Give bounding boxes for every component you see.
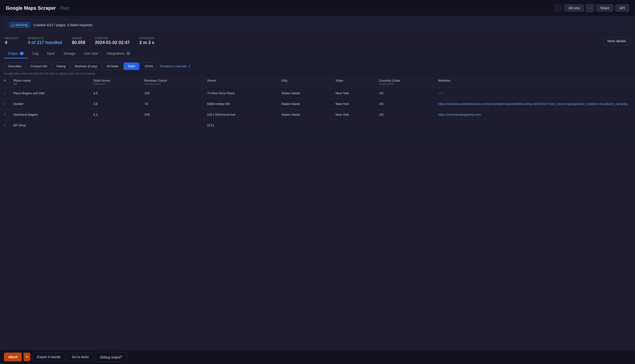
- alpha-badge: α: [121, 354, 122, 358]
- cell-reviews-count: 378: [141, 109, 203, 120]
- cell-num: 3: [0, 109, 10, 120]
- table-hint: It might take a few seconds for the data…: [0, 70, 635, 76]
- cell-place-name: Heartland Bagels: [10, 109, 89, 120]
- tab-integrations[interactable]: Integrations 0: [103, 49, 134, 58]
- tab-input[interactable]: Input: [43, 49, 59, 58]
- stat-started: STARTED 2024-01-02 02:47: [95, 37, 130, 45]
- data-table-wrapper[interactable]: # Place name title Total Score totalScor…: [0, 76, 635, 350]
- website-link[interactable]: https://locations.dunkindonuts.com/en/ny…: [438, 102, 635, 106]
- header: Google Maps Scraper - Run ← All runs → S…: [0, 0, 635, 16]
- stat-results: RESULTS 4: [5, 37, 18, 45]
- view-tab-allfields[interactable]: All fields: [103, 62, 123, 70]
- data-table: # Place name title Total Score totalScor…: [0, 76, 635, 131]
- stats-row: RESULTS 4 REQUESTS 4 of 217 handled USAG…: [0, 34, 635, 49]
- table-row: 3Heartland Bagels4.13782311 Richmond Ave…: [0, 109, 635, 120]
- tab-log[interactable]: Log: [29, 49, 42, 58]
- cell-country-code: US: [375, 109, 434, 120]
- back-button[interactable]: ←: [554, 4, 562, 12]
- tab-liveview[interactable]: Live view: [80, 49, 102, 58]
- col-total-score: Total Score totalScore: [90, 76, 141, 88]
- stat-duration: DURATION 2 m 3 s: [140, 37, 155, 45]
- cell-state: New York: [332, 88, 375, 99]
- cell-reviews-count: 124: [141, 88, 203, 99]
- table-header-row: # Place name title Total Score totalScor…: [0, 76, 635, 88]
- view-tab-rating[interactable]: Rating: [53, 62, 70, 70]
- debug-output-button[interactable]: Debug output α: [96, 352, 127, 362]
- tab-output[interactable]: Output 4: [4, 49, 28, 58]
- cell-num: 1: [0, 88, 10, 99]
- app-container: Google Maps Scraper - Run ← All runs → S…: [0, 0, 635, 364]
- stat-usage: USAGE $0.059: [72, 37, 85, 45]
- forward-button[interactable]: →: [586, 4, 594, 12]
- view-tab-overview[interactable]: Overview: [4, 62, 25, 70]
- website-link[interactable]: https://heartlandbagelsny.com/: [438, 113, 481, 116]
- external-link-icon: ↗: [188, 64, 191, 68]
- view-tab-contact[interactable]: Contact info: [26, 62, 51, 70]
- cell-total-score: [90, 120, 141, 131]
- view-tab-reviews[interactable]: Reviews (if any): [71, 62, 101, 70]
- status-bar: Running Crawled 4/217 pages, 0 failed re…: [4, 19, 631, 31]
- view-tabs: Overview Contact info Rating Reviews (if…: [0, 58, 635, 70]
- cell-street: 73 New Dorp Plaza: [203, 88, 278, 99]
- col-city: City: [278, 76, 332, 88]
- cell-place-name: Dunkin': [10, 99, 89, 109]
- cell-reviews-count: [141, 120, 203, 131]
- cell-total-score: 3.8: [90, 99, 141, 109]
- cell-website[interactable]: https://locations.dunkindonuts.com/en/ny…: [434, 99, 635, 109]
- cell-num: 2: [0, 99, 10, 109]
- col-website: Website: [434, 76, 635, 88]
- table-row: 1Plaza Bagels and Deli4.612473 New Dorp …: [0, 88, 635, 99]
- cell-website: [434, 120, 635, 131]
- cell-city: Staten Island: [278, 99, 332, 109]
- api-button[interactable]: API: [615, 4, 629, 12]
- abort-caret-button[interactable]: ▾: [24, 352, 31, 361]
- cell-state: New York: [332, 99, 375, 109]
- cell-state: New York: [332, 109, 375, 120]
- status-message: Crawled 4/217 pages, 0 failed requests.: [33, 23, 93, 27]
- more-details-button[interactable]: More details: [603, 37, 630, 45]
- col-country-code: Country Code countryCode: [375, 76, 434, 88]
- cell-place-name: Plaza Bagels and Deli: [10, 88, 89, 99]
- cell-street: 2111: [203, 120, 278, 131]
- output-badge: 4: [20, 52, 24, 55]
- table-row: 4BP Shop2111: [0, 120, 635, 131]
- footer-toolbar: Abort ▾ Export 4 results Go to Actor Deb…: [0, 350, 635, 364]
- integrations-badge: 0: [126, 52, 130, 55]
- cell-city: [278, 120, 332, 131]
- cell-website[interactable]: https://heartlandbagelsny.com/: [434, 109, 635, 120]
- abort-button[interactable]: Abort: [4, 352, 22, 361]
- col-state: State: [332, 76, 375, 88]
- cell-place-name: BP Shop: [10, 120, 89, 131]
- cell-city: Staten Island: [278, 88, 332, 99]
- cell-street: 6390 Amboy Rd: [203, 99, 278, 109]
- spinner-icon: [12, 24, 15, 26]
- cell-num: 4: [0, 120, 10, 131]
- table-body: 1Plaza Bagels and Deli4.612473 New Dorp …: [0, 88, 635, 131]
- page-title: Google Maps Scraper - Run: [6, 5, 69, 11]
- main-tabs: Output 4 Log Input Storage Live view Int…: [0, 49, 635, 58]
- cell-state: [332, 120, 375, 131]
- header-actions: ← All runs → Share API: [554, 4, 629, 12]
- cell-country-code: US: [375, 99, 434, 109]
- cell-total-score: 4.6: [90, 88, 141, 99]
- go-to-actor-button[interactable]: Go to Actor: [67, 352, 94, 361]
- preview-in-new-tab-link[interactable]: Preview in new tab ↗: [160, 64, 191, 68]
- view-tab-table[interactable]: Table: [124, 62, 139, 70]
- cell-reviews-count: 74: [141, 99, 203, 109]
- col-street: Street: [203, 76, 278, 88]
- cell-street: 2311 Richmond Ave: [203, 109, 278, 120]
- cell-country-code: [375, 120, 434, 131]
- cell-website: null: [434, 88, 635, 99]
- share-button[interactable]: Share: [596, 4, 613, 12]
- running-badge: Running: [9, 22, 31, 28]
- cell-country-code: US: [375, 88, 434, 99]
- col-reviews-count: Reviews Count reviewsCount: [141, 76, 203, 88]
- view-tab-json[interactable]: JSON: [140, 62, 157, 70]
- tab-storage[interactable]: Storage: [60, 49, 79, 58]
- col-num: #: [0, 76, 10, 88]
- cell-total-score: 4.1: [90, 109, 141, 120]
- export-button[interactable]: Export 4 results: [32, 352, 65, 361]
- cell-city: Staten Island: [278, 109, 332, 120]
- all-runs-button[interactable]: All runs: [564, 4, 584, 12]
- col-place-name: Place name title: [10, 76, 89, 88]
